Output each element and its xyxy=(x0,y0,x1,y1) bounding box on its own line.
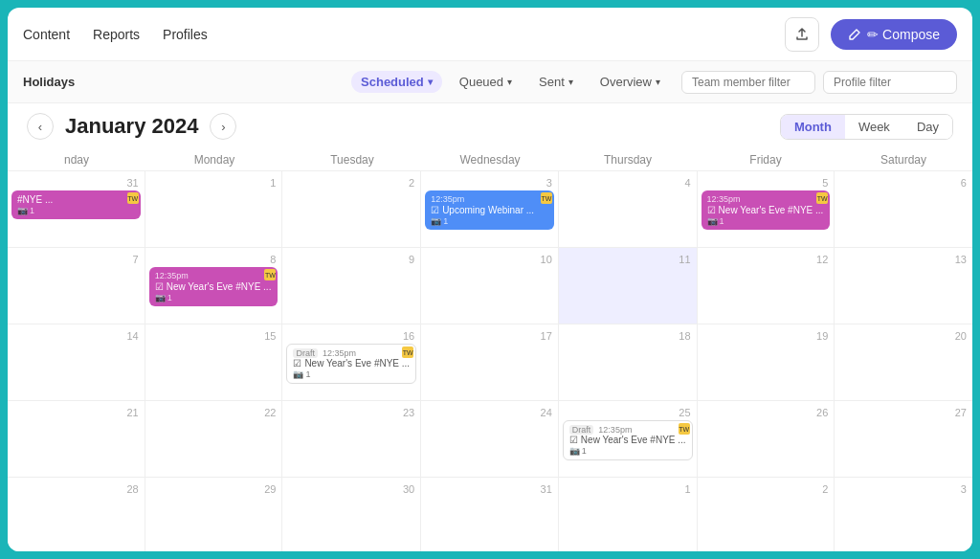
draft-label: Draft xyxy=(293,348,318,358)
event-time: 12:35pm xyxy=(598,425,632,435)
day-label-friday: Friday xyxy=(697,149,835,170)
cal-cell-jan7[interactable]: 7 xyxy=(8,248,145,324)
cal-cell-jan20[interactable]: 20 xyxy=(835,324,972,401)
date-number: 14 xyxy=(11,328,141,342)
cal-cell-jan2[interactable]: 2 xyxy=(282,171,421,248)
filter-queued[interactable]: Queued ▾ xyxy=(450,71,522,93)
cal-cell-jan26[interactable]: 26 xyxy=(698,401,835,478)
event-meta: 📷 1 xyxy=(707,216,825,226)
profile-filter[interactable] xyxy=(823,71,957,94)
event-time: 12:35pm xyxy=(323,348,356,358)
event-time: 12:35pm xyxy=(431,194,548,204)
date-number: 1 xyxy=(563,481,693,495)
cal-cell-jan17[interactable]: 17 xyxy=(421,324,559,401)
event-meta: 📷 1 xyxy=(431,216,548,226)
date-number: 31 xyxy=(11,175,141,189)
filter-scheduled[interactable]: Scheduled ▾ xyxy=(351,71,442,93)
event-row: Draft 12:35pm xyxy=(569,425,686,435)
day-label-monday: Monday xyxy=(145,149,283,170)
cal-cell-jan29[interactable]: 29 xyxy=(145,478,283,551)
date-number: 18 xyxy=(563,328,693,342)
cal-cell-jan18[interactable]: 18 xyxy=(559,324,698,401)
check-icon: ☑ xyxy=(431,205,439,215)
chevron-down-icon: ▾ xyxy=(568,77,573,87)
date-number: 23 xyxy=(286,405,416,418)
cal-cell-jan11[interactable]: 11 xyxy=(559,248,698,324)
cal-cell-jan28[interactable]: 28 xyxy=(8,478,145,551)
check-icon: ☑ xyxy=(293,358,301,369)
cal-cell-jan25[interactable]: 25 TW Draft 12:35pm ☑ New Year's Eve #NY… xyxy=(559,401,698,478)
chevron-down-icon: ▾ xyxy=(656,77,660,87)
cal-cell-jan13[interactable]: 13 xyxy=(835,248,972,324)
cal-cell-jan16[interactable]: 16 TW Draft 12:35pm ☑ New Year's Eve #NY… xyxy=(282,324,421,401)
instagram-icon: 📷 xyxy=(707,216,718,226)
date-number: 5 xyxy=(702,175,831,189)
event-card-draft25[interactable]: TW Draft 12:35pm ☑ New Year's Eve #NYE .… xyxy=(563,420,693,460)
date-number: 24 xyxy=(425,405,554,418)
day-label-thursday: Thursday xyxy=(559,149,697,170)
check-icon: ☑ xyxy=(707,205,716,215)
cal-cell-jan21[interactable]: 21 xyxy=(8,401,145,478)
nav-profiles[interactable]: Profiles xyxy=(163,23,208,46)
date-number: 3 xyxy=(838,481,969,495)
cal-cell-jan24[interactable]: 24 xyxy=(421,401,559,478)
event-title: Upcoming Webinar ... xyxy=(442,205,534,215)
check-icon: ☑ xyxy=(569,435,578,445)
cal-cell-jan23[interactable]: 23 xyxy=(282,401,421,478)
calendar-body: 31 TW #NYE ... 📷 1 1 2 3 TW 12:3 xyxy=(8,171,972,551)
cal-cell-jan9[interactable]: 9 xyxy=(282,248,421,324)
cal-cell-jan31[interactable]: 31 xyxy=(421,478,559,551)
cal-cell-jan27[interactable]: 27 xyxy=(835,401,972,478)
cal-cell-jan6[interactable]: 6 xyxy=(835,171,972,248)
cal-cell-jan12[interactable]: 12 xyxy=(698,248,835,324)
filter-overview[interactable]: Overview ▾ xyxy=(590,71,670,93)
date-number: 3 xyxy=(425,175,554,189)
cal-cell-jan22[interactable]: 22 xyxy=(145,401,283,478)
event-time: 12:35pm xyxy=(707,194,825,204)
date-number: 28 xyxy=(11,481,141,495)
cal-cell-jan19[interactable]: 19 xyxy=(698,324,835,401)
view-week-button[interactable]: Week xyxy=(845,115,903,139)
event-card-nye8[interactable]: TW 12:35pm ☑ New Year's Eve #NYE ... 📷 1 xyxy=(149,267,278,306)
event-card-webinar[interactable]: TW 12:35pm ☑ Upcoming Webinar ... 📷 1 xyxy=(425,190,554,230)
cal-cell-jan10[interactable]: 10 xyxy=(421,248,559,324)
day-label-sunday: nday xyxy=(8,149,145,170)
check-icon: ☑ xyxy=(155,281,164,292)
cal-cell-jan14[interactable]: 14 xyxy=(8,324,145,401)
upload-button[interactable] xyxy=(785,17,819,52)
filter-sent[interactable]: Sent ▾ xyxy=(529,71,583,93)
team-member-filter[interactable] xyxy=(681,71,815,94)
event-meta: 📷 1 xyxy=(155,293,273,302)
cal-cell-jan3[interactable]: 3 TW 12:35pm ☑ Upcoming Webinar ... 📷 1 xyxy=(421,171,559,248)
nav-content[interactable]: Content xyxy=(23,23,70,46)
filter-bar: Holidays Scheduled ▾ Queued ▾ Sent ▾ Ove… xyxy=(8,61,972,103)
cal-cell-dec31[interactable]: 31 TW #NYE ... 📷 1 xyxy=(8,171,145,248)
cal-cell-jan1[interactable]: 1 xyxy=(145,171,283,248)
nav-reports[interactable]: Reports xyxy=(93,23,140,46)
event-card-nye5[interactable]: TW 12:35pm ☑ New Year's Eve #NYE ... 📷 1 xyxy=(702,190,831,230)
cal-cell-feb2[interactable]: 2 xyxy=(698,478,835,551)
prev-month-button[interactable]: ‹ xyxy=(27,113,54,140)
view-day-button[interactable]: Day xyxy=(903,115,952,139)
event-row: ☑ Upcoming Webinar ... xyxy=(431,205,548,215)
date-number: 10 xyxy=(425,252,554,265)
event-card[interactable]: TW #NYE ... 📷 1 xyxy=(11,190,141,219)
instagram-icon: 📷 xyxy=(155,293,166,302)
date-number: 13 xyxy=(838,252,969,265)
date-number: 17 xyxy=(425,328,554,342)
event-title: #NYE ... xyxy=(17,194,135,205)
date-number: 2 xyxy=(702,481,831,495)
cal-cell-jan30[interactable]: 30 xyxy=(282,478,421,551)
cal-cell-feb1[interactable]: 1 xyxy=(559,478,698,551)
cal-cell-jan15[interactable]: 15 xyxy=(145,324,283,401)
cal-cell-jan5[interactable]: 5 TW 12:35pm ☑ New Year's Eve #NYE ... 📷… xyxy=(698,171,835,248)
cal-cell-jan8[interactable]: 8 TW 12:35pm ☑ New Year's Eve #NYE ... 📷… xyxy=(145,248,283,324)
date-number: 6 xyxy=(838,175,969,189)
cal-cell-feb3[interactable]: 3 xyxy=(835,478,972,551)
cal-cell-jan4[interactable]: 4 xyxy=(559,171,698,248)
view-month-button[interactable]: Month xyxy=(781,115,845,139)
next-month-button[interactable]: › xyxy=(210,113,236,140)
event-card-draft16[interactable]: TW Draft 12:35pm ☑ New Year's Eve #NYE .… xyxy=(286,344,416,384)
compose-button[interactable]: ✏ Compose xyxy=(831,19,957,50)
date-number: 26 xyxy=(702,405,831,418)
